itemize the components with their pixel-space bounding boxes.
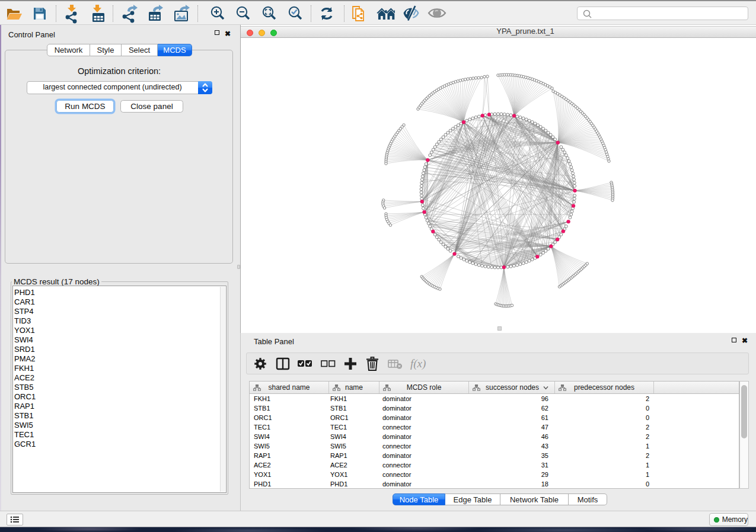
svg-text:f(x): f(x)	[410, 357, 426, 370]
